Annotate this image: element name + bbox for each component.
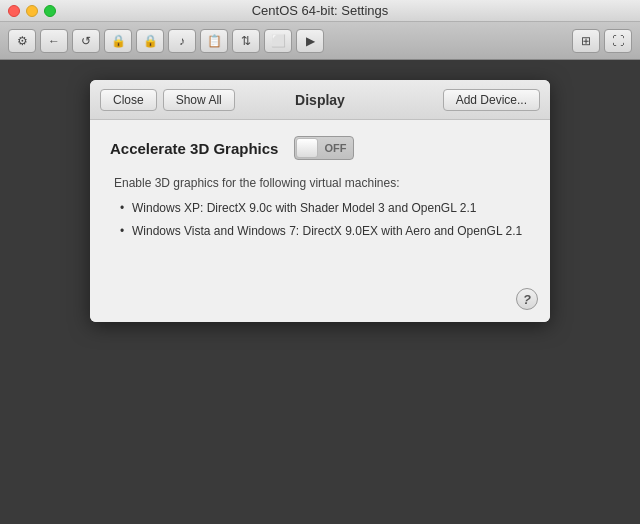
toggle-switch[interactable]: OFF [294,136,354,160]
settings-toolbar-left: Close Show All [100,89,235,111]
maximize-traffic-light[interactable] [44,5,56,17]
settings-footer: ? [90,280,550,322]
toolbar-settings-btn[interactable]: ⚙ [8,29,36,53]
settings-title: Display [295,92,345,108]
minimize-traffic-light[interactable] [26,5,38,17]
toolbar-display-btn[interactable]: ⬜ [264,29,292,53]
close-button[interactable]: Close [100,89,157,111]
settings-list: Windows XP: DirectX 9.0c with Shader Mod… [120,200,530,240]
toolbar-fullscreen-btn[interactable]: ⛶ [604,29,632,53]
settings-toolbar: Close Show All Display Add Device... [90,80,550,120]
section-header: Accelerate 3D Graphics OFF [110,136,530,160]
settings-description: Enable 3D graphics for the following vir… [114,176,530,190]
list-item: Windows Vista and Windows 7: DirectX 9.0… [120,223,530,240]
toolbar-usb-btn[interactable]: ⇅ [232,29,260,53]
help-button[interactable]: ? [516,288,538,310]
list-item: Windows XP: DirectX 9.0c with Shader Mod… [120,200,530,217]
toolbar-back-btn[interactable]: ← [40,29,68,53]
toolbar-refresh-btn[interactable]: ↺ [72,29,100,53]
window-title: CentOS 64-bit: Settings [252,3,389,18]
main-toolbar: ⚙ ← ↺ 🔒 🔒 ♪ 📋 ⇅ ⬜ ▶ ⊞ ⛶ [0,22,640,60]
toolbar-resize-btn[interactable]: ⊞ [572,29,600,53]
section-title: Accelerate 3D Graphics [110,140,278,157]
show-all-button[interactable]: Show All [163,89,235,111]
toggle-knob [296,138,318,158]
settings-window: Close Show All Display Add Device... Acc… [90,80,550,322]
toolbar-play-btn[interactable]: ▶ [296,29,324,53]
toolbar-lock2-btn[interactable]: 🔒 [136,29,164,53]
add-device-button[interactable]: Add Device... [443,89,540,111]
settings-content: Accelerate 3D Graphics OFF Enable 3D gra… [90,120,550,280]
toolbar-lock1-btn[interactable]: 🔒 [104,29,132,53]
settings-toolbar-right: Add Device... [443,89,540,111]
toolbar-clipboard-btn[interactable]: 📋 [200,29,228,53]
toggle-label: OFF [318,142,352,154]
toolbar-audio-btn[interactable]: ♪ [168,29,196,53]
title-bar: CentOS 64-bit: Settings [0,0,640,22]
content-area: Close Show All Display Add Device... Acc… [0,60,640,524]
close-traffic-light[interactable] [8,5,20,17]
traffic-lights [8,5,56,17]
